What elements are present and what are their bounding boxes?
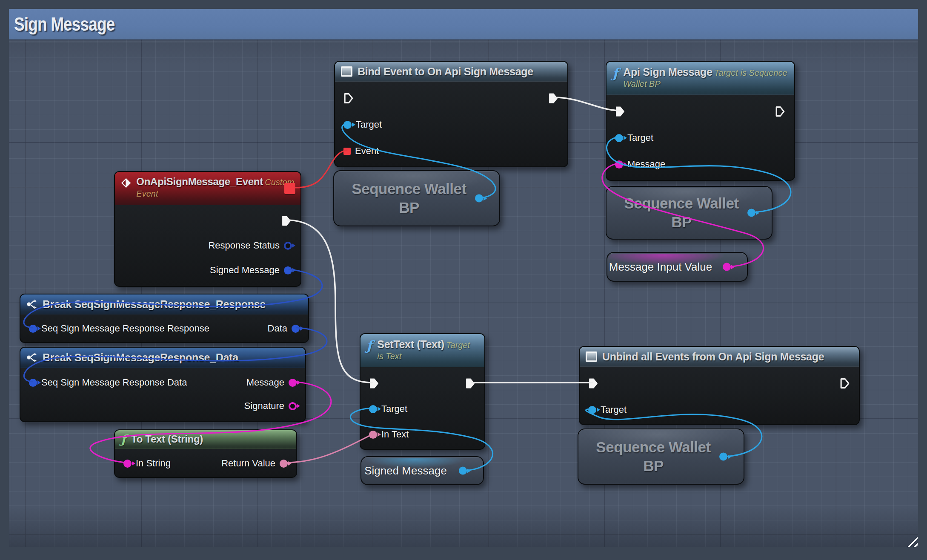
pin-label: Data [268,323,287,334]
node-header[interactable]: OnApiSignMessage_Event Custom Event [115,172,300,205]
node-header[interactable]: Unbind all Events from On Api Sign Messa… [580,347,859,367]
string-pin-icon[interactable] [723,263,731,271]
node-header[interactable]: Break SeqSignMessageResponse_Data [20,348,305,368]
string-pin-icon [615,160,623,169]
exec-in-pin[interactable] [615,106,626,117]
text-pin-icon [369,431,377,439]
exec-out-pin[interactable] [840,378,850,389]
exec-out-pin[interactable] [548,93,559,104]
exec-pin-icon [465,378,476,389]
pin-target[interactable]: Target [615,132,653,143]
node-break-data[interactable]: Break SeqSignMessageResponse_Data Seq Si… [20,347,306,422]
node-title: Unbind all Events from On Api Sign Messa… [602,350,824,363]
graph-title-bar: Sign Message [9,9,918,40]
node-title: Api Sign Message [623,66,712,78]
custom-event-icon [121,177,131,189]
struct-pin-icon [284,266,292,274]
pin-label: Seq Sign Message Response Response [41,323,209,334]
string-pin-icon [123,460,132,468]
exec-pin-icon [615,106,626,117]
pin-target[interactable]: Target [588,404,627,415]
function-icon: ƒ [612,67,618,80]
delegate-output-pin[interactable] [284,183,295,194]
pin-event[interactable]: Event [343,146,379,157]
variable-label: Sequence Wallet BP [607,194,772,231]
object-pin-icon [369,405,377,413]
exec-out-pin[interactable] [281,215,292,227]
object-pin-icon[interactable] [459,467,467,475]
node-bind-event[interactable]: Bind Event to On Api Sign Message Target… [334,61,568,167]
pin-struct-input[interactable]: Seq Sign Message Response Response [29,323,209,334]
var-node-sequence-wallet-bp[interactable]: Sequence Wallet BP [333,170,500,226]
var-node-signed-message[interactable]: Signed Message [360,456,484,485]
struct-pin-icon [29,379,37,387]
node-header[interactable]: Break SeqSignMessageResponse_Response [20,294,308,314]
pin-struct-input[interactable]: Seq Sign Message Response Data [29,377,187,388]
delegate-bind-icon [341,66,352,77]
exec-out-pin[interactable] [465,378,476,389]
exec-pin-icon [281,215,292,227]
pin-signature-out[interactable]: Signature [244,400,297,411]
pin-label: Message [246,377,284,388]
pin-label: Target [627,132,653,143]
node-unbind-all[interactable]: Unbind all Events from On Api Sign Messa… [579,346,860,425]
exec-in-pin[interactable] [343,93,354,104]
pin-target[interactable]: Target [343,119,382,130]
struct-pin-icon [29,325,37,333]
exec-out-pin[interactable] [775,106,786,117]
pin-label: Signed Message [210,265,280,276]
function-icon: ƒ [366,339,372,352]
exec-in-pin[interactable] [369,378,380,389]
variable-label: Sequence Wallet BP [578,438,744,475]
pin-in-text[interactable]: In Text [369,429,409,440]
node-title: OnApiSignMessage_Event [136,176,263,187]
node-break-response[interactable]: Break SeqSignMessageResponse_Response Se… [20,294,309,343]
pin-label: Target [381,403,407,414]
string-pin-icon [289,379,297,387]
break-struct-icon [26,352,37,363]
pin-label: Signature [244,400,284,411]
pin-message-out[interactable]: Message [246,377,297,388]
pin-data[interactable]: Data [268,323,300,334]
node-header[interactable]: ƒ Api Sign Message Target is Sequence Wa… [607,62,794,95]
node-header[interactable]: Bind Event to On Api Sign Message [335,62,567,82]
pin-return-value[interactable]: Return Value [221,458,288,469]
node-header[interactable]: ƒ SetText (Text) Target is Text [360,334,484,367]
pin-label: Response Status [208,240,280,251]
delegate-unbind-icon [586,351,597,362]
pin-label: Message [627,159,665,170]
node-title: Break SeqSignMessageResponse_Response [43,298,266,311]
break-struct-icon [26,299,37,310]
node-set-text[interactable]: ƒ SetText (Text) Target is Text Target I… [360,333,485,450]
pin-signed-message[interactable]: Signed Message [210,265,292,276]
node-to-text[interactable]: ƒ To Text (String) In String Return Valu… [114,429,297,478]
string-pin-icon [289,402,297,410]
pin-label: Seq Sign Message Response Data [41,377,187,388]
object-pin-icon[interactable] [719,453,727,461]
page-title: Sign Message [14,14,114,35]
node-api-sign-message[interactable]: ƒ Api Sign Message Target is Sequence Wa… [606,61,795,181]
var-node-message-input-value[interactable]: Message Input Value [607,252,748,282]
var-node-sequence-wallet-bp[interactable]: Sequence Wallet BP [606,186,772,240]
blueprint-editor-window: Sign Message Bind Event to On Api Sign M… [0,0,927,560]
pin-label: Return Value [221,458,275,469]
pin-target[interactable]: Target [369,403,407,414]
pin-response-status[interactable]: Response Status [208,240,292,251]
pin-message[interactable]: Message [615,159,665,170]
exec-pin-icon [588,378,599,389]
exec-in-pin[interactable] [588,378,599,389]
pin-label: In String [136,458,171,469]
pin-label: Target [356,119,382,130]
pin-label: In Text [381,429,409,440]
pin-in-string[interactable]: In String [123,458,171,469]
var-node-sequence-wallet-bp[interactable]: Sequence Wallet BP [578,429,744,485]
node-title: SetText (Text) [377,338,444,350]
node-title: Break SeqSignMessageResponse_Data [43,351,238,364]
node-header[interactable]: ƒ To Text (String) [115,430,296,449]
object-pin-icon[interactable] [475,194,483,203]
node-custom-event[interactable]: OnApiSignMessage_Event Custom Event Resp… [114,171,301,287]
object-pin-icon [588,406,596,414]
node-title: To Text (String) [131,433,203,446]
struct-pin-icon [292,325,300,333]
object-pin-icon[interactable] [747,209,755,217]
